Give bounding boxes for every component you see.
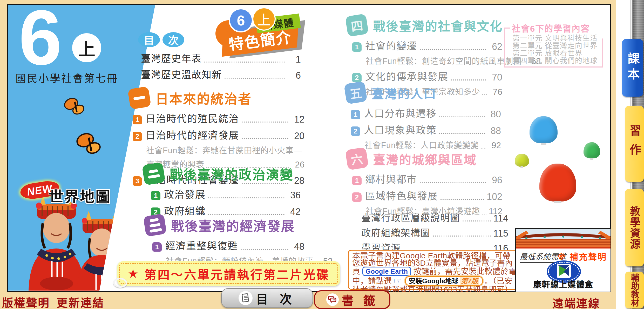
grade-number: 6 [19, 0, 62, 76]
ge-note-line: 中，請點選 ☞ 安裝Google地球 第7版 。（已安 [352, 276, 515, 286]
toc-title: 目 次 [138, 32, 184, 47]
toc-title-char: 次 [162, 32, 184, 47]
dotted-leader [433, 236, 491, 237]
item-number: 1 [133, 115, 142, 124]
semester-badge: 上 [72, 33, 101, 62]
bookmark-button[interactable]: 書 籤 [314, 290, 390, 309]
side-tab-textbook[interactable]: 課本 [622, 39, 643, 97]
unit-5-header[interactable]: 五 臺灣的人口 [345, 83, 501, 103]
toc-entry-label: 臺灣歷史年表 [141, 51, 202, 65]
toc-entry-page: 1 [287, 54, 301, 65]
unit-3-icon [143, 213, 167, 237]
dotted-leader [420, 49, 486, 50]
toc-entry-label: 政府組織架構圖 [361, 225, 430, 239]
install-google-earth-button[interactable]: 安裝Google地球 第7版 [405, 276, 483, 286]
cd-notice-clip [113, 278, 127, 288]
toc-entry-label: 政治發展 [164, 186, 206, 201]
pointing-hand-icon: ☞ [394, 277, 402, 285]
toc-entry[interactable]: 1鄉村與都市96 [352, 171, 502, 186]
toc-entry[interactable]: 臺灣歷史溫故知新 6 [141, 67, 301, 81]
side-tab-workbook[interactable]: 習作 [625, 106, 644, 182]
unit-4-header[interactable]: 四 戰後臺灣的社會與文化 [347, 15, 502, 35]
unit-5-icon: 五 [344, 81, 367, 104]
toc-entry-page: 70 [489, 72, 502, 83]
toc-entry[interactable]: 2日治時代的經濟發展20 [133, 127, 304, 142]
toc-entry-label: 日治時代的經濟發展 [146, 127, 239, 142]
toc-entry[interactable]: 2人口現象與政策88 [351, 122, 501, 136]
toc-nav-button[interactable]: 目 次 [221, 288, 313, 308]
star-icon: ★ [128, 267, 140, 281]
copyright-link[interactable]: 版權聲明 [2, 294, 50, 309]
toc-title-char: 目 [138, 32, 160, 47]
ge-note-line: 您遨遊世界各地的3D立體實景，點選電子書內 [352, 259, 515, 267]
toc-sub-entry[interactable]: 社會Fun輕鬆：奔馳在甘蔗田裡的小火車— [146, 144, 304, 156]
next-volume-list: 第一單元 文明與科技生活 第二單元 從臺灣走向世界 第三單元 放眼看世界 第四單… [512, 35, 598, 65]
dotted-leader [225, 78, 285, 79]
item-number: 2 [351, 126, 360, 136]
toc-entry[interactable]: 1人口分布與遷移80 [351, 105, 501, 120]
dotted-leader [204, 62, 285, 63]
item-number: 2 [133, 132, 142, 141]
next-volume-title: 社會6下的學習內容 [510, 22, 592, 34]
toc-entry[interactable]: 1政治發展36 [151, 186, 301, 201]
toc-entry-label: 人口分布與遷移 [364, 105, 437, 120]
unit-3-title: 戰後臺灣的經濟發展 [171, 216, 295, 234]
unit-3-header[interactable]: 戰後臺灣的經濟發展 [145, 215, 304, 235]
remote-connection-link[interactable]: 遠端連線 [552, 294, 600, 309]
feature-intro-badge[interactable]: 特色簡介 新媒體 6 上 [215, 8, 304, 55]
butterfly-icon [75, 131, 104, 157]
item-number: 3 [133, 176, 142, 186]
unit-1-title: 日本來的統治者 [155, 89, 252, 107]
toc-entry[interactable]: 政府組織架構圖115 [361, 225, 508, 239]
unit-2-title: 戰後臺灣的政治演變 [170, 164, 294, 183]
toc-entry[interactable]: 2區域特色與發展102 [352, 188, 502, 202]
toc-entry-label: 臺灣行政區層級說明圖 [361, 210, 460, 224]
dotted-leader [439, 133, 485, 134]
toc-entry-page: 114 [493, 213, 508, 224]
dotted-leader [463, 220, 491, 221]
toc-entry[interactable]: 1經濟重整與復甦48 [152, 238, 304, 252]
toc-entry-label: 日治時代的殖民統治 [146, 111, 239, 125]
unit-4-title: 戰後臺灣的社會與文化 [373, 16, 503, 34]
toc-entry-page: 96 [489, 175, 502, 186]
toc-entry-label: 區域特色與發展 [365, 188, 438, 202]
ge-note-line: 頁 Google Earth 按鍵前，需先安裝此軟體於電腦 [352, 267, 515, 276]
google-earth-button[interactable]: Google Earth [362, 267, 411, 276]
bookmark-bubble-icon [326, 293, 339, 306]
cd-notice-text: 第四～六單元請執行第二片光碟 [144, 265, 330, 282]
toc-entry[interactable]: 1日治時代的殖民統治12 [133, 111, 304, 125]
unit-6-title: 臺灣的城鄉與區域 [373, 150, 477, 168]
media-box-label: 康軒線上媒體盒 [516, 278, 611, 290]
unit-2-header[interactable]: 戰後臺灣的政治演變 [143, 164, 301, 184]
unit-1-header[interactable]: 日本來的統治者 [129, 88, 304, 108]
bookmark-label: 書 籤 [342, 291, 378, 308]
toc-entry-label: 經濟重整與復甦 [165, 238, 238, 252]
toc-entry-page: 6 [287, 70, 301, 81]
cd-notice: ★ 第四～六單元請執行第二片光碟 [117, 261, 340, 286]
toc-entry-page: 115 [493, 228, 508, 239]
toc-doc-icon [239, 291, 253, 305]
dotted-leader [242, 138, 288, 139]
toc-entry-label: 鄉村與都市 [365, 171, 417, 186]
toc-nav-label: 目 次 [256, 290, 296, 307]
update-link[interactable]: 更新連結 [57, 294, 104, 309]
toc-entry[interactable]: 1社會的變遷62 [352, 38, 502, 52]
dotted-leader [241, 249, 288, 250]
unit-section-5: 五 臺灣的人口 1人口分布與遷移80 2人口現象與政策88 社會Fun輕鬆：人口… [345, 83, 501, 150]
semester-label: 上 [78, 35, 95, 60]
toc-sub-entry[interactable]: 社會Fun輕鬆：創造奇幻空間的紙風車劇團68 [366, 55, 502, 66]
item-number: 1 [351, 110, 360, 119]
toc-entry[interactable]: 臺灣歷史年表 1 [141, 51, 301, 65]
toc-entry[interactable]: 臺灣行政區層級說明圖114 [361, 210, 508, 224]
next-volume-item: 第一單元 文明與科技生活 [512, 35, 598, 42]
side-tab-auxiliary-materials[interactable]: 輔助教材 [625, 272, 644, 308]
toc-entry-page: 88 [487, 125, 501, 136]
toc-entry-label: 人口現象與政策 [364, 122, 437, 136]
toc-entry[interactable]: 2文化的傳承與發展70 [352, 69, 502, 83]
item-number: 1 [151, 191, 160, 200]
unit-2-icon [142, 162, 165, 185]
side-tab-teaching-resources[interactable]: 教學資源 [625, 189, 644, 266]
unit-6-header[interactable]: 六 臺灣的城鄉與區域 [347, 149, 502, 169]
unit-5-title: 臺灣的人口 [372, 84, 437, 102]
next-volume-item: 第二單元 從臺灣走向世界 [512, 42, 598, 50]
